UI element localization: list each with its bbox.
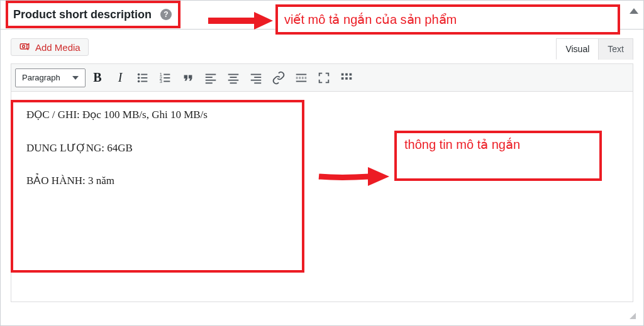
- annotation-header-text: viết mô tả ngắn của sản phẩm: [284, 12, 457, 27]
- annotation-content-text: thông tin mô tả ngắn: [404, 138, 520, 151]
- align-right-icon[interactable]: [245, 67, 267, 89]
- svg-point-2: [27, 48, 29, 50]
- camera-music-icon: [19, 41, 30, 53]
- svg-rect-15: [206, 73, 216, 75]
- add-media-button[interactable]: Add Media: [11, 38, 89, 56]
- svg-rect-29: [296, 80, 307, 82]
- svg-rect-21: [228, 79, 239, 80]
- chevron-down-icon: [72, 76, 79, 80]
- product-short-description-panel: Product short description ? Add Media Vi…: [0, 0, 644, 326]
- svg-rect-25: [251, 79, 262, 80]
- bullet-list-icon[interactable]: [132, 67, 153, 89]
- svg-rect-4: [141, 73, 147, 75]
- format-selector-label: Paragraph: [22, 73, 60, 82]
- svg-rect-32: [350, 73, 352, 75]
- fullscreen-icon[interactable]: [313, 67, 335, 89]
- content-line: ĐỌC / GHI: Đọc 100 MB/s, Ghi 10 MB/s: [26, 106, 618, 125]
- annotation-content-note: thông tin mô tả ngắn: [394, 131, 602, 181]
- italic-icon[interactable]: I: [109, 67, 131, 89]
- add-media-label: Add Media: [35, 42, 80, 53]
- arrow-right-icon: [315, 163, 391, 190]
- resize-handle-icon[interactable]: [626, 309, 637, 320]
- bold-icon[interactable]: B: [87, 67, 108, 89]
- svg-rect-19: [228, 73, 239, 75]
- align-center-icon[interactable]: [223, 67, 244, 89]
- svg-rect-22: [230, 82, 237, 84]
- numbered-list-icon[interactable]: 123: [155, 67, 176, 89]
- svg-rect-27: [296, 73, 307, 75]
- blockquote-icon[interactable]: [177, 67, 199, 89]
- svg-rect-10: [164, 73, 170, 75]
- link-icon[interactable]: [268, 67, 289, 89]
- svg-rect-6: [141, 77, 147, 79]
- svg-rect-30: [341, 73, 344, 75]
- svg-point-5: [138, 77, 140, 79]
- align-left-icon[interactable]: [200, 67, 221, 89]
- svg-rect-23: [251, 73, 262, 75]
- svg-rect-26: [254, 82, 261, 84]
- svg-rect-24: [254, 77, 261, 78]
- tab-visual[interactable]: Visual: [556, 38, 598, 60]
- svg-rect-28: [296, 77, 307, 79]
- svg-rect-31: [345, 73, 348, 75]
- svg-rect-16: [206, 77, 213, 78]
- svg-rect-0: [20, 44, 27, 49]
- panel-title: Product short description: [13, 8, 157, 21]
- svg-rect-20: [230, 77, 237, 78]
- panel-title-highlight: Product short description ?: [6, 1, 180, 28]
- help-icon[interactable]: ?: [160, 9, 172, 20]
- svg-rect-18: [206, 82, 213, 84]
- arrow-right-icon: [205, 9, 274, 32]
- svg-point-1: [23, 45, 25, 48]
- collapse-toggle-icon[interactable]: [630, 8, 638, 14]
- insert-more-icon[interactable]: [291, 67, 312, 89]
- svg-rect-8: [141, 80, 147, 82]
- svg-rect-34: [345, 77, 348, 80]
- svg-rect-14: [164, 80, 170, 82]
- svg-rect-35: [350, 77, 352, 80]
- editor-toolbar: Paragraph B I 123: [11, 64, 633, 92]
- svg-text:3: 3: [160, 79, 162, 84]
- toolbar-toggle-icon[interactable]: [336, 67, 357, 89]
- format-selector[interactable]: Paragraph: [15, 68, 86, 87]
- svg-rect-17: [206, 79, 216, 80]
- svg-point-7: [138, 80, 140, 82]
- annotation-header-note: viết mô tả ngắn của sản phẩm: [275, 4, 620, 35]
- editor-tabs: Visual Text: [556, 38, 633, 60]
- svg-point-3: [138, 73, 140, 75]
- svg-rect-33: [341, 77, 344, 80]
- svg-rect-12: [164, 77, 170, 79]
- tab-text[interactable]: Text: [598, 38, 633, 60]
